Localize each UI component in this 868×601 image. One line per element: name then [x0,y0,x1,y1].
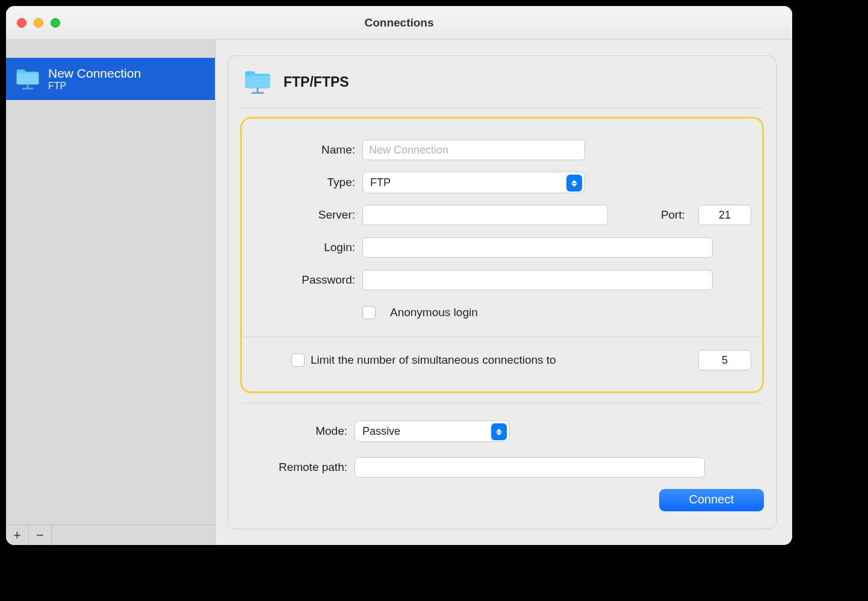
sidebar-item-new-connection[interactable]: New Connection FTP [6,58,215,100]
type-select-value: FTP [370,176,391,189]
window-title: Connections [6,16,792,30]
svg-rect-5 [252,92,264,94]
server-label: Server: [248,208,362,222]
anonymous-checkbox[interactable] [362,306,376,319]
sidebar-item-title: New Connection [48,66,141,81]
add-connection-button[interactable]: + [6,525,29,545]
password-field[interactable] [362,270,713,290]
connections-window: Connections New Connection FT [6,6,792,545]
limit-value-field[interactable] [698,350,751,370]
section-divider [241,403,763,403]
name-label: Name: [248,143,362,157]
server-field[interactable] [362,205,608,225]
port-label: Port: [661,208,685,222]
svg-rect-0 [17,73,39,84]
login-label: Login: [248,241,362,254]
password-label: Password: [248,273,362,287]
network-folder-icon [14,66,41,92]
anonymous-label: Anonymous login [390,306,478,319]
primary-settings-group: Name: Type: FTP [240,117,764,393]
content: FTP/FTPS Name: Type: FTP [215,40,792,545]
sidebar-item-subtitle: FTP [48,81,141,92]
mode-select-value: Passive [362,425,400,438]
connection-settings-panel: FTP/FTPS Name: Type: FTP [228,55,777,529]
sidebar-bottom-spacer [52,525,215,545]
panel-header: FTP/FTPS [240,61,764,108]
svg-rect-1 [27,84,29,88]
sidebar-connection-list[interactable]: New Connection FTP [6,58,215,525]
group-divider [243,337,761,337]
port-field[interactable] [698,205,751,225]
name-field[interactable] [362,140,585,160]
window-body: New Connection FTP + − [6,40,792,545]
sidebar-item-text: New Connection FTP [48,66,141,92]
remove-connection-button[interactable]: − [29,525,52,545]
updown-icon [566,175,582,192]
limit-label: Limit the number of simultaneous connect… [311,353,556,367]
remote-path-field[interactable] [355,457,705,478]
updown-icon [491,423,507,440]
mode-select[interactable]: Passive [355,420,510,442]
network-folder-icon [243,67,273,97]
type-label: Type: [248,176,362,189]
titlebar[interactable]: Connections [6,6,792,40]
mode-label: Mode: [240,425,355,438]
svg-rect-3 [245,76,270,89]
panel-title: FTP/FTPS [284,74,349,90]
limit-checkbox[interactable] [291,353,305,367]
svg-rect-2 [22,88,33,90]
sidebar: New Connection FTP + − [6,40,215,545]
remote-path-label: Remote path: [240,461,355,474]
type-select[interactable]: FTP [362,172,585,193]
login-field[interactable] [362,237,713,258]
connect-button[interactable]: Connect [659,489,764,511]
sidebar-bottom-toolbar: + − [6,525,215,545]
svg-rect-4 [256,87,258,92]
